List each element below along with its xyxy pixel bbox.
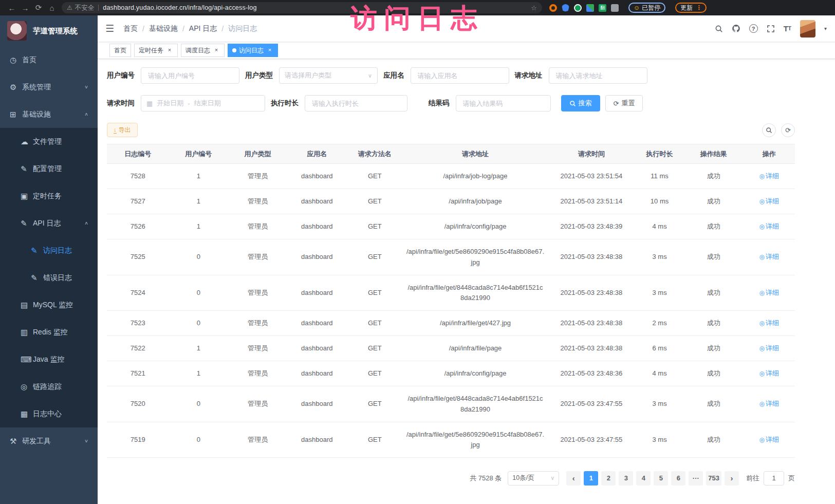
bookmark-star-icon[interactable]: ☆	[531, 4, 537, 12]
detail-link[interactable]: ◎详细	[759, 289, 778, 296]
dashboard-icon: ◷	[10, 55, 22, 65]
prev-page-button[interactable]: ‹	[566, 471, 581, 486]
search-button[interactable]: 搜索	[561, 95, 600, 111]
tab-访问日志[interactable]: 访问日志×	[228, 44, 278, 57]
sidebar-item-config[interactable]: ✎配置管理	[0, 155, 98, 182]
more-pages-button[interactable]: ···	[689, 471, 703, 486]
sidebar-item-tool[interactable]: ⚒研发工具∨	[0, 427, 98, 455]
extension-icon[interactable]	[574, 4, 582, 12]
sidebar-item-mysql[interactable]: ▤MySQL 监控	[0, 291, 98, 319]
app-header: ☰ 首页 / 基础设施 / API 日志 / 访问日志 ?	[98, 15, 835, 42]
page-url[interactable]: dashboard.yudao.iocoder.cn/infra/log/api…	[103, 4, 531, 11]
cell-user_id: 1	[169, 164, 228, 189]
next-page-button[interactable]: ›	[725, 471, 739, 486]
toggle-search-button[interactable]	[762, 123, 776, 137]
cell-result: 成功	[684, 275, 743, 310]
tab-定时任务[interactable]: 定时任务×	[134, 44, 178, 57]
goto-page-input[interactable]	[764, 471, 784, 486]
detail-link[interactable]: ◎详细	[759, 400, 778, 407]
breadcrumb-item[interactable]: 首页	[123, 24, 138, 33]
export-button[interactable]: ↓ 导出	[107, 123, 138, 137]
user-id-input[interactable]	[141, 67, 239, 84]
detail-link[interactable]: ◎详细	[759, 344, 778, 352]
help-icon[interactable]: ?	[749, 24, 758, 33]
extension-shield-icon[interactable]	[562, 4, 569, 12]
home-icon[interactable]: ⌂	[45, 4, 59, 12]
logo[interactable]: 芋道管理系统	[0, 15, 98, 46]
detail-link[interactable]: ◎详细	[759, 436, 778, 443]
detail-link[interactable]: ◎详细	[759, 197, 778, 205]
export-button-label: 导出	[119, 126, 131, 135]
sidebar-item-system[interactable]: ⚙系统管理∨	[0, 73, 98, 101]
detail-link[interactable]: ◎详细	[759, 253, 778, 260]
sidebar-item-label: 文件管理	[33, 137, 98, 146]
date-range-picker[interactable]: ▦ 开始日期 - 结束日期	[141, 95, 265, 111]
reset-button[interactable]: ⟳ 重置	[605, 95, 643, 111]
breadcrumb-item[interactable]: 基础设施	[149, 24, 178, 33]
forward-icon[interactable]: →	[18, 4, 32, 12]
fullscreen-icon[interactable]	[767, 25, 775, 33]
paused-extension-pill[interactable]: ☺ 已暂停	[628, 3, 665, 13]
sidebar-item-access-log[interactable]: ✎访问日志	[0, 237, 98, 264]
cell-method: GET	[346, 164, 403, 189]
result-code-label: 结果码	[429, 99, 450, 108]
sidebar-item-api-log[interactable]: ✎API 日志∧	[0, 210, 98, 237]
refresh-table-button[interactable]: ⟳	[781, 123, 795, 137]
filter-row-2: 请求时间 ▦ 开始日期 - 结束日期 执行时长 结果码	[107, 95, 795, 111]
extension-icon[interactable]	[549, 4, 557, 12]
sidebar-item-log-center[interactable]: ▦日志中心	[0, 400, 98, 427]
reload-icon[interactable]: ⟳	[32, 3, 45, 12]
sidebar-item-trace[interactable]: ◎链路追踪	[0, 373, 98, 400]
cell-actions: ◎详细	[743, 164, 795, 189]
detail-link[interactable]: ◎详细	[759, 369, 778, 377]
tab-调度日志[interactable]: 调度日志×	[181, 44, 225, 57]
search-icon[interactable]	[715, 25, 723, 33]
sidebar-item-redis[interactable]: ▥Redis 监控	[0, 319, 98, 346]
page-button-5[interactable]: 5	[654, 471, 668, 486]
github-icon[interactable]	[732, 24, 740, 33]
avatar[interactable]	[800, 20, 815, 38]
close-icon[interactable]: ×	[266, 47, 273, 54]
close-icon[interactable]: ×	[213, 47, 220, 54]
sidebar-item-error-log[interactable]: ✎错误日志	[0, 264, 98, 291]
page-button-3[interactable]: 3	[619, 471, 633, 486]
extensions-puzzle-icon[interactable]	[611, 4, 619, 12]
translate-extension-icon[interactable]: 翻	[599, 4, 606, 12]
extension-icon[interactable]	[586, 4, 594, 12]
sidebar-item-job[interactable]: ▣定时任务	[0, 182, 98, 210]
app-name-input[interactable]	[411, 67, 509, 84]
sidebar-item-home[interactable]: ◷首页	[0, 46, 98, 73]
sidebar-item-label: 基础设施	[22, 110, 84, 119]
result-code-input[interactable]	[456, 95, 551, 111]
cell-actions: ◎详细	[743, 214, 795, 239]
page-button-753[interactable]: 753	[706, 471, 721, 486]
page-size-select[interactable]: 10条/页 ∨	[508, 471, 559, 486]
kebab-menu-icon[interactable]: ⋮	[696, 4, 701, 11]
page-button-6[interactable]: 6	[671, 471, 685, 486]
browser-update-button[interactable]: 更新 ⋮	[675, 3, 707, 13]
page-button-2[interactable]: 2	[601, 471, 616, 486]
font-size-icon[interactable]: TT	[784, 24, 791, 33]
back-icon[interactable]: ←	[5, 4, 18, 12]
detail-link[interactable]: ◎详细	[759, 222, 778, 230]
request-url-input[interactable]	[549, 67, 647, 84]
sidebar-item-file[interactable]: ☁文件管理	[0, 128, 98, 155]
chevron-down-icon[interactable]: ▾	[824, 26, 827, 31]
column-header: 用户编号	[169, 144, 228, 164]
tab-首页[interactable]: 首页	[109, 44, 131, 57]
page-button-1[interactable]: 1	[584, 471, 598, 486]
hamburger-icon[interactable]: ☰	[105, 23, 114, 34]
duration-input[interactable]	[305, 95, 407, 111]
security-warning[interactable]: 不安全	[75, 4, 95, 12]
address-bar[interactable]: ⚠ 不安全 dashboard.yudao.iocoder.cn/infra/l…	[62, 2, 542, 13]
close-icon[interactable]: ×	[166, 47, 173, 54]
breadcrumb-item[interactable]: API 日志	[189, 24, 217, 33]
sidebar-item-java[interactable]: ⌨Java 监控	[0, 346, 98, 373]
detail-link[interactable]: ◎详细	[759, 172, 778, 180]
user-type-select[interactable]: 请选择用户类型 ∨	[279, 67, 378, 84]
refresh-icon: ⟳	[614, 100, 619, 107]
page-button-4[interactable]: 4	[636, 471, 651, 486]
sidebar-item-label: Java 监控	[33, 355, 98, 364]
detail-link[interactable]: ◎详细	[759, 319, 778, 327]
sidebar-item-infra[interactable]: ⊞基础设施∧	[0, 101, 98, 128]
